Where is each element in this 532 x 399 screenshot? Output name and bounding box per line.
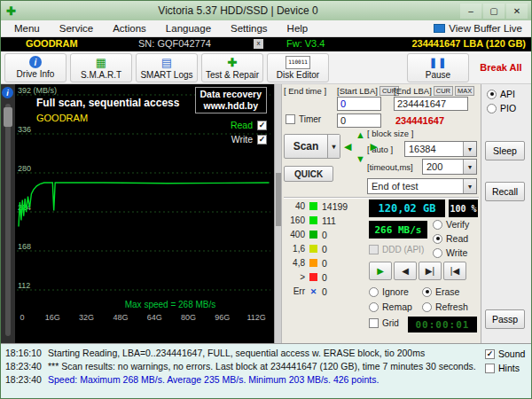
ddd-api-toggle[interactable]: DDD (API) — [369, 245, 424, 254]
radio-erase[interactable] — [422, 287, 432, 297]
block-size-select[interactable]: 16384 ▾ — [404, 141, 477, 157]
timer-toggle[interactable]: Timer — [286, 114, 321, 124]
read-legend-toggle[interactable]: Read ✓ — [231, 120, 267, 130]
bin-label: 160 — [287, 215, 305, 225]
log-message: Speed: Maximum 268 MB/s. Average 235 MB/… — [48, 374, 379, 385]
start-lba-input[interactable]: 0 — [337, 97, 381, 111]
toolbar-drive-info[interactable]: iDrive Info — [4, 53, 66, 82]
log-row[interactable]: 18:23:40*** Scan results: no warnings, n… — [1, 359, 531, 372]
write-checkbox[interactable]: ✓ — [257, 135, 267, 145]
api-radio[interactable] — [487, 90, 497, 99]
grid-checkbox[interactable] — [369, 318, 379, 328]
log-row[interactable]: 18:23:40Speed: Maximum 268 MB/s. Average… — [1, 372, 531, 386]
skip-back-button[interactable]: |◀ — [443, 262, 466, 280]
victoria-window: ✚ Victoria 5.37 HDD/SSD | Device 0 – ▢ ✕… — [0, 0, 532, 399]
sound-checkbox[interactable]: ✓ — [485, 349, 495, 359]
arrow-up-icon[interactable]: ▲ — [356, 130, 365, 140]
scan-dropdown-arrow[interactable]: ▾ — [327, 135, 340, 158]
menu-settings[interactable]: Settings — [221, 23, 278, 34]
graph-scrollbar[interactable] — [274, 84, 281, 343]
step-back-button[interactable]: ◀ — [394, 262, 417, 280]
logs-icon: ▤ — [161, 56, 172, 69]
action-option-erase[interactable]: Erase — [422, 286, 475, 297]
radio-read[interactable] — [433, 234, 442, 244]
toolbar-disk-editor[interactable]: 110011Disk Editor — [267, 53, 329, 82]
mode-option-verify[interactable]: Verify — [433, 219, 469, 230]
arrow-down-icon[interactable]: ▼ — [356, 154, 365, 164]
chevron-down-icon[interactable]: ▾ — [463, 179, 476, 193]
maximize-button[interactable]: ▢ — [483, 4, 505, 19]
chevron-down-icon[interactable]: ▾ — [463, 160, 476, 174]
view-buffer-live[interactable]: View Buffer Live — [434, 23, 528, 34]
radio-write[interactable] — [433, 248, 442, 258]
recall-button[interactable]: Recall — [485, 182, 525, 201]
menu-help[interactable]: Help — [278, 23, 318, 34]
latency-bin-: >0 — [287, 271, 348, 283]
radio-ignore[interactable] — [369, 287, 379, 297]
pause-button[interactable]: ❚❚ Pause — [407, 53, 469, 82]
pio-mode-option[interactable]: PIO — [487, 103, 516, 113]
timer-checkbox[interactable] — [286, 114, 295, 124]
menu-menu[interactable]: Menu — [4, 23, 50, 34]
bin-label: > — [287, 272, 305, 282]
ddd-checkbox[interactable] — [369, 245, 379, 254]
chevron-down-icon[interactable]: ▾ — [463, 142, 476, 156]
sleep-button[interactable]: Sleep — [485, 141, 525, 160]
mode-option-read[interactable]: Read — [433, 233, 469, 244]
graph-model-label: GOODRAM — [36, 113, 88, 123]
minimize-button[interactable]: – — [460, 4, 481, 19]
grid-toggle[interactable]: Grid — [369, 318, 399, 328]
y-axis-label: 168 — [18, 242, 31, 251]
navigation-pad[interactable]: ▲ ◀ ▶ ▼ — [344, 130, 378, 164]
action-option-ignore[interactable]: Ignore — [369, 286, 422, 297]
log-panel[interactable]: 18:16:10Starting Reading, LBA=0..2344416… — [1, 343, 531, 398]
end-of-test-select[interactable]: End of test ▾ — [367, 178, 477, 194]
bin-color-swatch — [309, 259, 317, 267]
play-button[interactable]: ▶ — [369, 262, 392, 280]
action-option-remap[interactable]: Remap — [369, 301, 422, 312]
radio-verify[interactable] — [433, 220, 442, 230]
radio-refresh[interactable] — [422, 302, 432, 312]
toolbar-test-repair[interactable]: ✚Test & Repair — [201, 53, 263, 82]
api-mode-option[interactable]: API — [487, 89, 515, 99]
passp-button[interactable]: Passp — [485, 309, 525, 329]
sound-toggle[interactable]: ✓ Sound — [485, 348, 525, 359]
menu-service[interactable]: Service — [50, 23, 103, 34]
legend-info-button[interactable]: i — [2, 87, 13, 98]
bin-color-swatch — [309, 202, 317, 210]
toolbar-smart-logs[interactable]: ▤SMART Logs — [136, 53, 198, 82]
timer-value-input[interactable]: 0 — [337, 113, 381, 128]
end-lba-max-button[interactable]: MAX — [455, 86, 474, 96]
serial-close-button[interactable]: x — [254, 39, 263, 49]
repair-cross-icon: ✚ — [228, 56, 238, 69]
break-all-button[interactable]: Break All — [474, 53, 528, 82]
pio-label: PIO — [500, 103, 516, 113]
radio-remap[interactable] — [369, 302, 379, 312]
end-lba-input[interactable]: 234441647 — [394, 97, 468, 111]
graph-scale-slider[interactable] — [5, 104, 11, 336]
hints-toggle[interactable]: Hints — [485, 363, 520, 373]
latency-bin-40: 4014199 — [287, 200, 348, 212]
toolbar-s-m-a-r-t[interactable]: ▦S.M.A.R.T — [70, 53, 132, 82]
timeout-select[interactable]: 200 ▾ — [422, 159, 477, 175]
mode-option-write[interactable]: Write — [433, 247, 469, 258]
pio-radio[interactable] — [487, 104, 497, 113]
close-button[interactable]: ✕ — [506, 4, 528, 19]
action-option-refresh[interactable]: Refresh — [422, 301, 475, 312]
log-timestamp: 18:23:40 — [5, 361, 48, 372]
arrow-right-icon[interactable]: ▶ — [371, 142, 378, 152]
quick-button[interactable]: QUICK — [284, 166, 333, 182]
hints-checkbox[interactable] — [485, 364, 495, 373]
log-row[interactable]: 18:16:10Starting Reading, LBA=0..2344416… — [1, 346, 531, 359]
scan-button[interactable]: Scan ▾ — [284, 134, 340, 159]
sound-label: Sound — [498, 348, 525, 359]
right-side-panel: API PIO Sleep Recall Passp ✓ Sound — [481, 84, 528, 343]
step-forward-button[interactable]: ▶| — [419, 262, 442, 280]
menu-language[interactable]: Language — [156, 23, 221, 34]
write-legend-toggle[interactable]: Write ✓ — [231, 134, 267, 145]
end-lba-cur-button[interactable]: CUR — [434, 86, 453, 96]
arrow-left-icon[interactable]: ◀ — [344, 142, 351, 152]
menu-actions[interactable]: Actions — [103, 23, 156, 34]
slider-thumb[interactable] — [4, 107, 12, 127]
read-checkbox[interactable]: ✓ — [257, 121, 267, 130]
